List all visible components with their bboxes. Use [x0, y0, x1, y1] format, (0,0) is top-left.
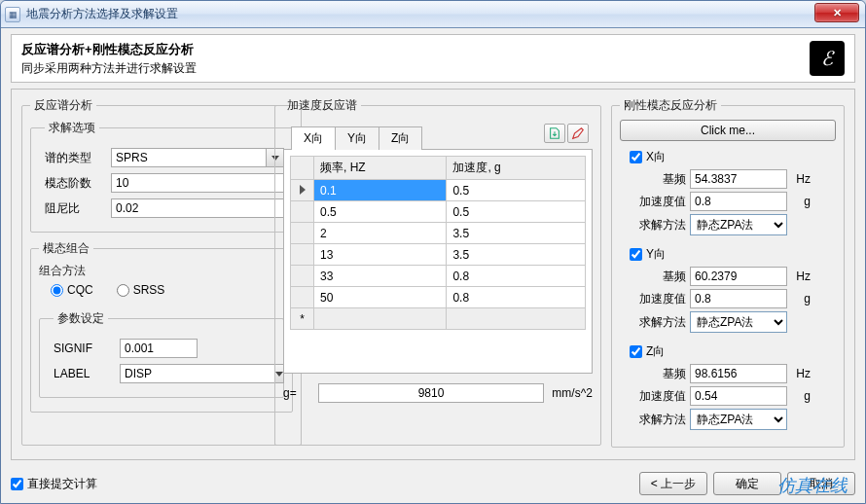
app-icon: ▦: [5, 7, 20, 22]
z-method-select[interactable]: 静态ZPA法: [690, 409, 787, 430]
logo-icon: ℰ: [810, 41, 845, 76]
page-title: 反应谱分析+刚性模态反应分析: [21, 41, 197, 58]
x-basefreq-label: 基频: [630, 171, 690, 188]
signif-input[interactable]: [120, 339, 198, 358]
x-method-select[interactable]: 静态ZPA法: [690, 214, 787, 235]
g-label: g=: [283, 386, 318, 400]
response-spectrum-group: 反应谱分析 求解选项 谱的类型 模态阶数: [21, 97, 302, 446]
tab-x[interactable]: X向: [291, 126, 336, 150]
damping-input[interactable]: [111, 198, 284, 218]
close-icon: ✕: [833, 7, 842, 19]
spectrum-grid[interactable]: 频率, HZ加速度, g0.10.50.50.523.5133.5330.850…: [283, 150, 593, 374]
x-basefreq-input[interactable]: [690, 169, 787, 189]
damping-label: 阻尼比: [45, 200, 107, 217]
signif-label: SIGNIF: [54, 342, 116, 355]
solve-options-group: 求解选项 谱的类型 模态阶数: [30, 120, 293, 233]
radio-cqc[interactable]: CQC: [51, 283, 93, 297]
x-acc-label: 加速度值: [630, 194, 690, 210]
y-hdr: Y向: [646, 246, 666, 263]
y-basefreq-input[interactable]: [690, 267, 787, 286]
param-group: 参数设定 SIGNIF LABEL: [39, 310, 284, 398]
header-box: 反应谱分析+刚性模态反应分析 同步采用两种方法并进行求解设置 ℰ: [11, 34, 855, 83]
spectrum-type-label: 谱的类型: [45, 150, 107, 166]
y-acc-label: 加速度值: [630, 291, 690, 307]
z-basefreq-label: 基频: [630, 366, 690, 382]
tab-bar: X向 Y向 Z向: [283, 124, 593, 150]
solve-options-legend: 求解选项: [45, 120, 99, 136]
direct-submit-check[interactable]: 直接提交计算: [11, 476, 97, 492]
x-enable-check[interactable]: [630, 151, 642, 163]
table-row-new[interactable]: *: [291, 308, 586, 330]
z-basefreq-input[interactable]: [690, 364, 787, 383]
y-enable-check[interactable]: [630, 248, 642, 261]
z-acc-label: 加速度值: [630, 388, 690, 405]
z-method-label: 求解方法: [630, 412, 690, 428]
y-method-select[interactable]: 静态ZPA法: [690, 311, 787, 333]
table-row[interactable]: 23.5: [291, 223, 586, 244]
edit-icon[interactable]: [567, 124, 589, 143]
rigid-mode-group: 刚性模态反应分析 Click me... X向 基频Hz 加速度值g 求解方法静…: [611, 97, 845, 448]
label-label: LABEL: [54, 367, 116, 380]
click-me-button[interactable]: Click me...: [620, 120, 836, 141]
hz-unit: Hz: [787, 172, 811, 186]
accel-spectrum-group: 加速度反应谱 X向 Y向 Z向: [274, 97, 601, 446]
accel-spectrum-legend: 加速度反应谱: [283, 97, 361, 114]
response-spectrum-legend: 反应谱分析: [30, 97, 96, 114]
tab-z[interactable]: Z向: [379, 126, 422, 150]
titlebar: ▦ 地震分析方法选择及求解设置 ✕: [1, 1, 865, 28]
x-acc-input[interactable]: [690, 192, 787, 211]
combo-method-group: 组合方法 CQC SRSS: [39, 263, 284, 305]
tab-y[interactable]: Y向: [335, 126, 379, 150]
prev-button[interactable]: < 上一步: [639, 472, 707, 495]
table-row[interactable]: 133.5: [291, 244, 586, 266]
page-subtitle: 同步采用两种方法并进行求解设置: [21, 60, 197, 77]
table-row[interactable]: 500.8: [291, 287, 586, 308]
g-unit: mm/s^2: [544, 386, 593, 400]
z-enable-check[interactable]: [630, 345, 642, 358]
table-row[interactable]: 0.10.5: [291, 180, 586, 201]
table-row[interactable]: 0.50.5: [291, 201, 586, 223]
y-acc-input[interactable]: [690, 289, 787, 308]
g-unit: g: [787, 195, 811, 208]
spectrum-type-input[interactable]: [111, 148, 267, 167]
z-acc-input[interactable]: [690, 386, 787, 406]
close-button[interactable]: ✕: [814, 3, 859, 22]
x-hdr: X向: [646, 149, 666, 165]
import-icon[interactable]: [544, 124, 565, 143]
x-method-label: 求解方法: [630, 217, 690, 234]
g-input[interactable]: [318, 383, 544, 403]
ok-button[interactable]: 确定: [713, 472, 781, 495]
mode-combo-group: 模态组合 组合方法 CQC SRSS 参数设定 SIGNIF: [30, 240, 293, 413]
mode-order-input[interactable]: [111, 173, 284, 193]
z-hdr: Z向: [646, 343, 665, 360]
radio-srss[interactable]: SRSS: [117, 283, 165, 297]
cancel-button[interactable]: 取消: [787, 472, 855, 495]
y-basefreq-label: 基频: [630, 269, 690, 285]
table-row[interactable]: 330.8: [291, 266, 586, 287]
y-method-label: 求解方法: [630, 314, 690, 331]
window-title: 地震分析方法选择及求解设置: [26, 6, 178, 22]
param-legend: 参数设定: [54, 310, 108, 327]
mode-order-label: 模态阶数: [45, 175, 107, 192]
label-input[interactable]: [120, 364, 275, 383]
mode-combo-legend: 模态组合: [39, 240, 93, 257]
rigid-mode-legend: 刚性模态反应分析: [620, 97, 721, 114]
combo-method-label: 组合方法: [39, 263, 86, 279]
